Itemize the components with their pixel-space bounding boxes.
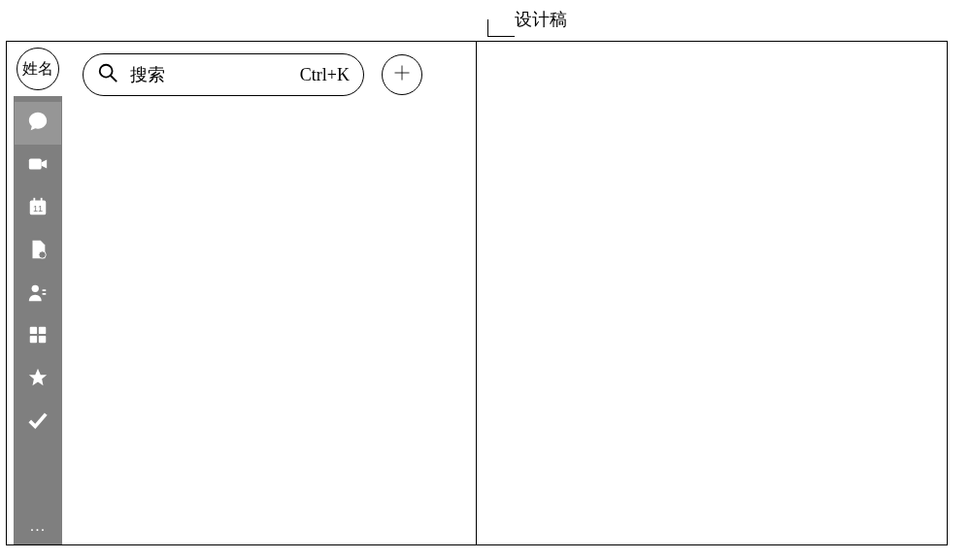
- topbar: 搜索 Ctrl+K: [83, 53, 462, 96]
- nav-document[interactable]: [15, 230, 61, 273]
- nav-video[interactable]: [15, 145, 61, 187]
- nav-strip: 11: [14, 96, 62, 544]
- svg-rect-11: [30, 336, 37, 343]
- search-input[interactable]: 搜索 Ctrl+K: [83, 53, 364, 96]
- nav-apps[interactable]: [15, 315, 61, 358]
- nav-favorite[interactable]: [15, 358, 61, 401]
- calendar-icon: 11: [27, 196, 49, 221]
- nav-calendar[interactable]: 11: [15, 187, 61, 230]
- annotation-label: 设计稿: [515, 8, 567, 31]
- svg-point-7: [39, 251, 46, 258]
- star-icon: [27, 367, 49, 392]
- document-icon: [27, 239, 49, 264]
- sidebar: 姓名 11: [7, 42, 69, 544]
- chat-icon: [27, 111, 49, 136]
- list-pane: 搜索 Ctrl+K: [69, 42, 477, 544]
- annotation-pointer-line: [487, 19, 515, 37]
- video-icon: [27, 153, 49, 179]
- svg-text:11: 11: [33, 204, 43, 214]
- svg-rect-4: [33, 198, 35, 203]
- search-placeholder: 搜索: [130, 63, 165, 86]
- app-window: 姓名 11: [6, 41, 948, 545]
- apps-icon: [27, 324, 49, 349]
- svg-point-13: [100, 65, 113, 78]
- contacts-icon: [27, 281, 49, 307]
- svg-rect-1: [33, 121, 38, 123]
- content-pane: [477, 42, 947, 544]
- svg-rect-2: [29, 159, 42, 170]
- svg-line-14: [111, 76, 117, 82]
- search-shortcut: Ctrl+K: [300, 65, 350, 85]
- svg-rect-10: [39, 327, 46, 334]
- nav-todo[interactable]: [15, 401, 61, 444]
- svg-rect-12: [39, 336, 46, 343]
- svg-point-8: [32, 285, 39, 292]
- svg-rect-5: [41, 198, 43, 203]
- nav-chat[interactable]: [15, 102, 61, 145]
- nav-contacts[interactable]: [15, 273, 61, 315]
- check-icon: [27, 410, 49, 435]
- nav-more[interactable]: ...: [15, 517, 61, 535]
- search-icon: [97, 62, 118, 87]
- svg-rect-0: [33, 118, 40, 120]
- add-button[interactable]: [382, 54, 422, 95]
- svg-rect-9: [30, 327, 37, 334]
- avatar[interactable]: 姓名: [17, 48, 59, 90]
- plus-icon: [392, 63, 412, 86]
